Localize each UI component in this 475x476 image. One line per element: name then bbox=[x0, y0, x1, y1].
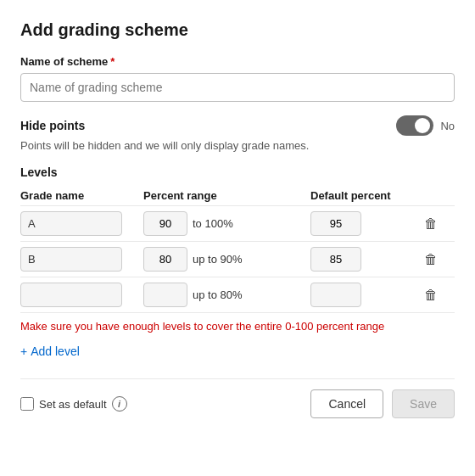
delete-cell-2: 🗑 bbox=[421, 249, 455, 271]
toggle-thumb bbox=[415, 118, 430, 133]
default-input-1[interactable] bbox=[310, 211, 361, 236]
grade-input-2[interactable] bbox=[20, 247, 122, 272]
hide-points-row: Hide points No bbox=[20, 115, 455, 136]
percent-text-3: up to 80% bbox=[193, 288, 243, 301]
delete-row-2-button[interactable]: 🗑 bbox=[421, 249, 441, 271]
name-field-section: Name of scheme* bbox=[20, 55, 455, 102]
delete-row-3-button[interactable]: 🗑 bbox=[421, 284, 441, 306]
footer-buttons: Cancel Save bbox=[310, 389, 455, 418]
info-icon[interactable]: i bbox=[112, 396, 127, 412]
delete-row-1-button[interactable]: 🗑 bbox=[421, 213, 441, 235]
table-row: to 100% 🗑 bbox=[20, 205, 455, 241]
add-icon: + bbox=[20, 344, 27, 358]
percent-cell-3: up to 80% bbox=[143, 283, 310, 307]
hint-text: Points will be hidden and we will only d… bbox=[20, 139, 455, 152]
toggle-track bbox=[396, 115, 433, 136]
set-default-section: Set as default i bbox=[20, 396, 127, 412]
delete-cell-3: 🗑 bbox=[421, 284, 455, 306]
grade-cell-3 bbox=[20, 283, 143, 307]
percent-from-input-1[interactable] bbox=[143, 211, 187, 236]
add-level-label: Add level bbox=[31, 344, 80, 358]
grade-input-1[interactable] bbox=[20, 211, 122, 236]
scheme-name-input[interactable] bbox=[20, 73, 455, 102]
name-field-label: Name of scheme* bbox=[20, 55, 455, 68]
grade-cell-2 bbox=[20, 247, 143, 272]
toggle-right: No bbox=[396, 115, 455, 136]
cancel-button[interactable]: Cancel bbox=[310, 389, 383, 418]
col-header-default: Default percent bbox=[310, 189, 421, 202]
footer: Set as default i Cancel Save bbox=[20, 378, 455, 418]
set-default-label: Set as default bbox=[39, 398, 107, 411]
save-button[interactable]: Save bbox=[392, 389, 455, 418]
default-cell-2 bbox=[310, 247, 421, 272]
default-input-3[interactable] bbox=[310, 283, 361, 307]
toggle-state-label: No bbox=[440, 120, 455, 132]
default-cell-3 bbox=[310, 283, 421, 307]
page-title: Add grading scheme bbox=[20, 20, 455, 40]
percent-cell-1: to 100% bbox=[143, 211, 310, 236]
delete-cell-1: 🗑 bbox=[421, 213, 455, 235]
set-default-checkbox[interactable] bbox=[20, 397, 34, 411]
grade-cell-1 bbox=[20, 211, 143, 236]
percent-from-input-2[interactable] bbox=[143, 247, 187, 272]
default-input-2[interactable] bbox=[310, 247, 361, 272]
col-header-percent: Percent range bbox=[143, 189, 310, 202]
add-level-button[interactable]: + Add level bbox=[20, 341, 80, 361]
default-cell-1 bbox=[310, 211, 421, 236]
levels-header: Grade name Percent range Default percent bbox=[20, 186, 455, 205]
percent-cell-2: up to 90% bbox=[143, 247, 310, 272]
percent-text-1: to 100% bbox=[193, 217, 233, 230]
grade-input-3[interactable] bbox=[20, 283, 122, 307]
hide-points-label: Hide points bbox=[20, 119, 85, 132]
col-header-grade: Grade name bbox=[20, 189, 143, 202]
levels-title: Levels bbox=[20, 165, 455, 179]
required-marker: * bbox=[110, 55, 115, 68]
hide-points-toggle[interactable] bbox=[396, 115, 433, 136]
levels-section: Levels Grade name Percent range Default … bbox=[20, 165, 455, 313]
table-row: up to 90% 🗑 bbox=[20, 241, 455, 277]
percent-text-2: up to 90% bbox=[193, 253, 243, 266]
percent-from-input-3[interactable] bbox=[143, 283, 187, 307]
error-message: Make sure you have enough levels to cove… bbox=[20, 320, 455, 333]
table-row: up to 80% 🗑 bbox=[20, 277, 455, 313]
